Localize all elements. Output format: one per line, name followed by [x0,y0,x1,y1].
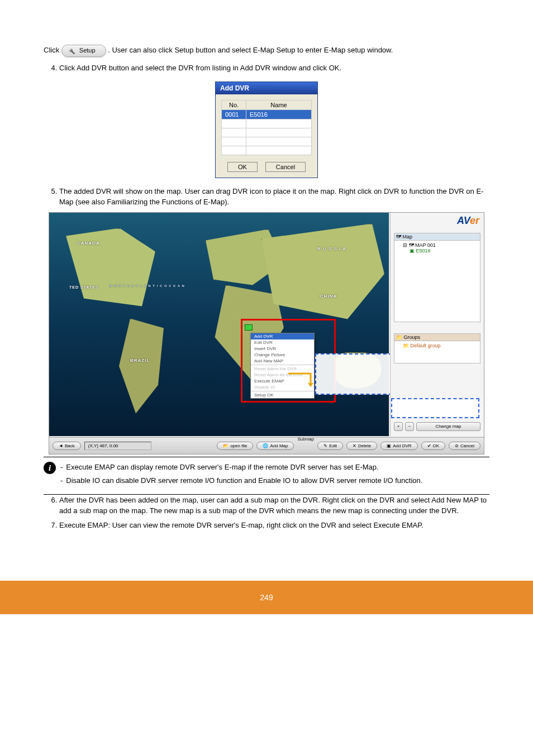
text-click: Click [44,46,61,54]
group-item-default[interactable]: 📁 Default group [396,343,478,348]
submap-label: Submap [297,437,314,442]
remove-group-button[interactable]: − [405,422,414,431]
map-label-brazil: BRAZIL [130,358,150,363]
setup-button-label: Setup [79,47,96,54]
info-icon: i [44,462,56,474]
map-label-canada: CANADA [77,241,100,246]
tree-header: 🗺 Map [394,233,480,241]
world-map[interactable]: CANADA TED STATES BRAZIL R U S S I A CHI… [49,213,389,436]
table-row[interactable] [222,137,312,146]
back-button[interactable]: ◄ Back [53,442,81,450]
land-south-america [113,319,169,414]
map-tree[interactable]: 🗺 Map ⊟ 🗺 MAP 001 ▣ E5016 [394,233,480,322]
table-row[interactable] [222,146,312,155]
cell-no: 0001 [222,109,246,119]
ctx-add-dvr[interactable]: Add DVR [251,333,314,339]
tree-item-map001[interactable]: ⊟ 🗺 MAP 001 [396,242,478,248]
ctx-setup-ok[interactable]: Setup OK [251,392,314,398]
coordinates-display: (X,Y) 487, 0.00 [84,442,151,450]
table-row[interactable] [222,128,312,137]
ctx-add-new-map[interactable]: Add New MAP [251,358,314,364]
page-number: 249 [260,593,273,602]
map-label-russia: R U S S I A [317,246,346,251]
step-6: After the DVR has been added on the map,… [59,495,489,516]
map-label-china: CHINA [320,294,337,299]
emap-side-panel: AVer 🗺 Map ⊟ 🗺 MAP 001 ▣ E5016 📁 Groups … [390,213,484,436]
group-list[interactable]: 📁 Groups 📁 Default group [394,333,480,363]
dvr-table[interactable]: No. Name 0001 E5016 [221,100,312,155]
edit-button[interactable]: ✎ Edit [317,442,343,450]
callout-arrow [288,369,315,391]
ctx-change-picture[interactable]: Change Picture [251,352,314,358]
table-row[interactable] [222,119,312,128]
brand-logo: AVer [457,215,479,227]
note-text: -Execute EMAP can display remote DVR ser… [60,462,489,489]
delete-button[interactable]: ✕ Delete [346,442,377,450]
land-asia [261,224,384,324]
ok-button[interactable]: OK [227,162,258,172]
ok-toolbar-button[interactable]: ✔ OK [421,442,446,450]
group-header: 📁 Groups [394,334,480,341]
open-file-button[interactable]: 📂 open file [217,442,253,450]
map-label-na-ocean: N O R T H A T L A N T I C O C E A N [110,284,185,288]
step-7: Execute EMAP: User can view the remote D… [59,520,489,531]
add-dvr-dialog: Add DVR No. Name 0001 E5016 [215,82,318,178]
dialog-title: Add DVR [216,82,317,94]
step-4: Click Add DVR button and select the DVR … [59,63,489,74]
wrench-icon [68,47,75,55]
change-map-button[interactable]: Change map [416,422,480,431]
emap-bottom-toolbar: ◄ Back (X,Y) 487, 0.00 📂 open file 🌐 Add… [49,437,484,454]
setup-button[interactable]: Setup [61,45,106,57]
add-map-button[interactable]: 🌐 Add Map [256,442,294,450]
table-row[interactable]: 0001 E5016 [222,109,312,119]
page-footer: 249 [0,581,533,614]
land-north-america [66,228,155,307]
emap-setup-screenshot: CANADA TED STATES BRAZIL R U S S I A CHI… [49,212,484,454]
step-5: The added DVR will show on the map. User… [59,186,489,208]
ctx-insert-dvr[interactable]: Insert DVR [251,346,314,352]
add-group-button[interactable]: + [394,422,403,431]
ctx-edit-dvr[interactable]: Edit DVR [251,339,314,346]
step5-text: The added DVR will show on the map. User… [59,187,483,207]
col-no: No. [222,100,246,109]
tree-item-e5016[interactable]: ▣ E5016 [396,248,478,253]
cancel-toolbar-button[interactable]: ⊘ Cancel [449,442,480,450]
add-dvr-button[interactable]: ▣ Add DVR [380,442,417,450]
callout-box-2 [391,398,479,418]
col-name: Name [246,100,312,109]
text-after-setup: . User can also click Setup button and s… [108,46,393,54]
cancel-button[interactable]: Cancel [265,162,306,172]
map-label-us: TED STATES [69,285,99,289]
cell-name: E5016 [246,109,312,119]
